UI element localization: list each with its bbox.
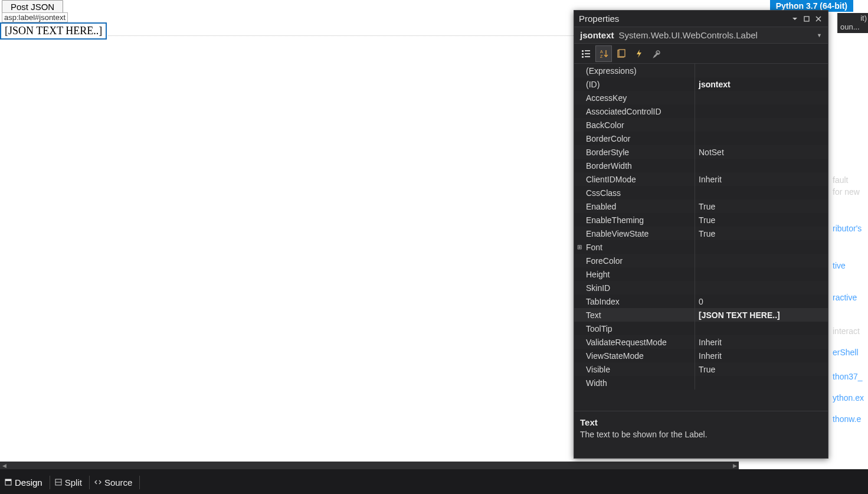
property-name: CssClass: [585, 186, 695, 199]
property-name: EnableTheming: [585, 213, 695, 227]
property-name: TabIndex: [585, 295, 695, 308]
property-row[interactable]: (ID)jsontext: [574, 77, 828, 91]
property-row[interactable]: Text[JSON TEXT HERE..]: [574, 308, 828, 322]
property-value[interactable]: True: [695, 229, 828, 238]
property-row[interactable]: TabIndex0: [574, 295, 828, 308]
object-name: jsontext: [580, 30, 614, 40]
property-manager-button[interactable]: [648, 45, 665, 62]
view-tab-strip: Design Split Source: [0, 469, 868, 494]
property-name: BorderWidth: [585, 159, 695, 172]
post-json-button[interactable]: Post JSON: [2, 0, 63, 14]
property-value[interactable]: Inherit: [695, 175, 828, 184]
maximize-icon[interactable]: [801, 14, 811, 24]
background-text: fault: [833, 175, 868, 185]
property-name: ValidateRequestMode: [585, 335, 695, 349]
property-row[interactable]: ⊞Font: [574, 240, 828, 254]
property-value[interactable]: [JSON TEXT HERE..]: [695, 310, 828, 320]
property-row[interactable]: (Expressions): [574, 64, 828, 77]
svg-rect-7: [582, 53, 584, 55]
alphabetical-button[interactable]: AZ: [595, 45, 612, 62]
source-view-icon: [94, 479, 101, 486]
property-row[interactable]: ClientIDModeInherit: [574, 172, 828, 186]
property-row[interactable]: EnableViewStateTrue: [574, 227, 828, 240]
property-row[interactable]: ViewStateModeInherit: [574, 349, 828, 362]
svg-text:Z: Z: [600, 54, 603, 58]
background-link[interactable]: tive: [833, 261, 868, 270]
property-name: AssociatedControlID: [585, 104, 695, 118]
property-row[interactable]: Height: [574, 267, 828, 281]
background-link[interactable]: ributor's: [833, 224, 868, 233]
property-row[interactable]: BorderWidth: [574, 159, 828, 172]
horizontal-scrollbar[interactable]: ◀ ▶: [0, 462, 739, 469]
svg-rect-6: [585, 50, 590, 51]
categorized-button[interactable]: [578, 45, 594, 62]
split-view-icon: [55, 479, 62, 486]
property-row[interactable]: SkinID: [574, 281, 828, 295]
property-name: ForeColor: [585, 254, 695, 267]
property-row[interactable]: ToolTip: [574, 322, 828, 335]
property-row[interactable]: VisibleTrue: [574, 362, 828, 376]
background-link[interactable]: erShell: [833, 348, 868, 357]
property-row[interactable]: ValidateRequestModeInherit: [574, 335, 828, 349]
tab-design[interactable]: Design: [0, 476, 50, 489]
design-view-icon: [5, 479, 12, 486]
events-button[interactable]: [631, 45, 647, 62]
background-link[interactable]: thon37_: [833, 372, 868, 381]
property-row[interactable]: BorderStyleNotSet: [574, 145, 828, 159]
property-value[interactable]: Inherit: [695, 351, 828, 361]
svg-rect-1: [5, 479, 11, 481]
property-name: Visible: [585, 362, 695, 376]
property-value[interactable]: jsontext: [695, 80, 828, 89]
tab-source[interactable]: Source: [90, 476, 140, 489]
property-value[interactable]: True: [695, 365, 828, 374]
property-value[interactable]: True: [695, 202, 828, 211]
property-name: BorderColor: [585, 132, 695, 145]
property-value[interactable]: NotSet: [695, 148, 828, 157]
property-name: BackColor: [585, 118, 695, 132]
property-name: AccessKey: [585, 91, 695, 104]
close-icon[interactable]: [813, 14, 823, 24]
background-link[interactable]: ractive: [833, 293, 868, 302]
property-name: BorderStyle: [585, 145, 695, 159]
properties-object-selector[interactable]: jsontext System.Web.UI.WebControls.Label…: [574, 27, 828, 44]
property-row[interactable]: EnableThemingTrue: [574, 213, 828, 227]
background-text: oun...: [840, 22, 867, 31]
selected-label-control[interactable]: [JSON TEXT HERE..]: [0, 22, 107, 40]
properties-toolbar: AZ: [574, 44, 828, 64]
property-row[interactable]: ForeColor: [574, 254, 828, 267]
tab-split[interactable]: Split: [50, 476, 90, 489]
scroll-left-icon[interactable]: ◀: [0, 462, 8, 469]
property-description-title: Text: [580, 417, 822, 427]
scroll-right-icon[interactable]: ▶: [731, 462, 739, 469]
property-name: ViewStateMode: [585, 349, 695, 362]
properties-titlebar[interactable]: Properties: [574, 11, 828, 27]
background-text: interact: [833, 326, 868, 336]
background-fragment: it) oun...: [837, 13, 868, 33]
property-value[interactable]: True: [695, 215, 828, 225]
property-name: SkinID: [585, 281, 695, 295]
property-row[interactable]: AssociatedControlID: [574, 104, 828, 118]
property-row[interactable]: Width: [574, 376, 828, 390]
property-row[interactable]: EnabledTrue: [574, 199, 828, 213]
background-link[interactable]: thonw.e: [833, 414, 868, 424]
property-row[interactable]: AccessKey: [574, 91, 828, 104]
property-value[interactable]: 0: [695, 297, 828, 306]
property-row[interactable]: CssClass: [574, 186, 828, 199]
property-pages-button[interactable]: [613, 45, 630, 62]
window-menu-icon[interactable]: [790, 14, 800, 24]
svg-text:A: A: [600, 50, 603, 54]
svg-rect-4: [804, 17, 809, 21]
chevron-down-icon[interactable]: ▼: [817, 32, 822, 38]
property-row[interactable]: BorderColor: [574, 132, 828, 145]
property-name: ToolTip: [585, 322, 695, 335]
svg-rect-14: [619, 50, 625, 57]
property-name: (ID): [585, 77, 695, 91]
property-row[interactable]: BackColor: [574, 118, 828, 132]
property-name: EnableViewState: [585, 227, 695, 240]
property-name: Text: [585, 308, 695, 322]
property-value[interactable]: Inherit: [695, 338, 828, 347]
background-link[interactable]: ython.ex: [833, 393, 868, 403]
property-name: ClientIDMode: [585, 172, 695, 186]
expand-toggle-icon[interactable]: ⊞: [574, 244, 585, 250]
properties-grid[interactable]: (Expressions)(ID)jsontextAccessKeyAssoci…: [574, 64, 828, 390]
